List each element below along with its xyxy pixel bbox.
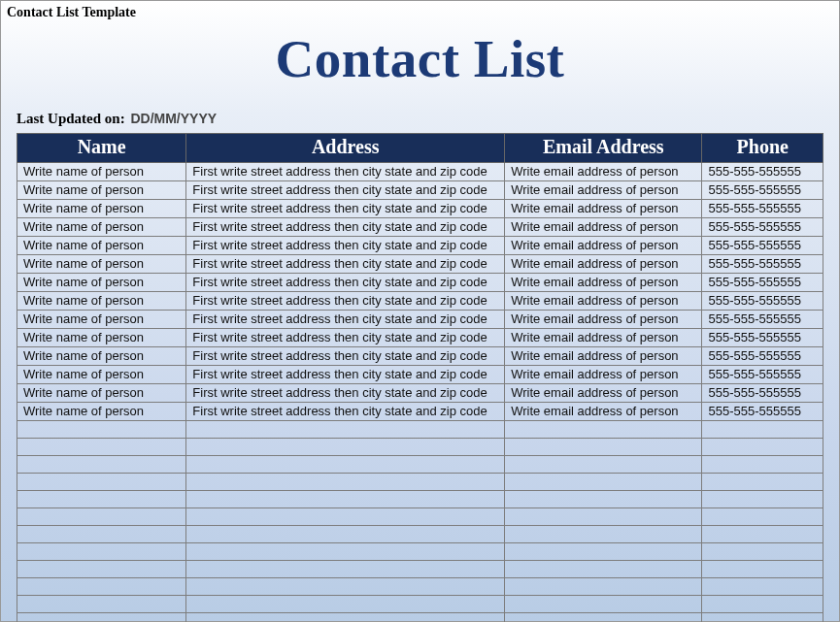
cell-name[interactable] [17,421,186,439]
cell-phone[interactable]: 555-555-555555 [702,403,823,421]
cell-email[interactable] [505,561,702,578]
cell-phone[interactable] [702,613,823,623]
cell-phone[interactable]: 555-555-555555 [702,200,823,218]
cell-name[interactable] [17,596,186,613]
cell-email[interactable]: Write email address of person [505,200,702,218]
cell-phone[interactable]: 555-555-555555 [702,347,823,366]
cell-email[interactable]: Write email address of person [505,366,702,384]
cell-address[interactable]: First write street address then city sta… [186,255,505,274]
cell-address[interactable]: First write street address then city sta… [186,237,505,255]
cell-email[interactable] [505,613,702,623]
cell-phone[interactable] [702,543,823,561]
cell-phone[interactable] [702,474,823,491]
cell-name[interactable]: Write name of person [17,218,186,237]
cell-email[interactable]: Write email address of person [505,274,702,292]
cell-name[interactable] [17,491,186,508]
cell-email[interactable]: Write email address of person [505,181,702,200]
cell-email[interactable]: Write email address of person [505,255,702,274]
cell-phone[interactable] [702,508,823,526]
cell-address[interactable] [186,474,505,491]
cell-name[interactable] [17,439,186,456]
cell-phone[interactable]: 555-555-555555 [702,366,823,384]
cell-address[interactable] [186,578,505,596]
cell-name[interactable]: Write name of person [17,384,186,403]
cell-phone[interactable] [702,491,823,508]
cell-email[interactable] [505,508,702,526]
cell-email[interactable] [505,543,702,561]
cell-email[interactable] [505,578,702,596]
cell-address[interactable] [186,543,505,561]
cell-address[interactable]: First write street address then city sta… [186,403,505,421]
cell-address[interactable] [186,561,505,578]
cell-email[interactable]: Write email address of person [505,218,702,237]
cell-phone[interactable]: 555-555-555555 [702,163,823,181]
cell-address[interactable] [186,421,505,439]
cell-name[interactable] [17,508,186,526]
cell-email[interactable] [505,439,702,456]
cell-phone[interactable]: 555-555-555555 [702,292,823,311]
cell-address[interactable] [186,439,505,456]
cell-name[interactable]: Write name of person [17,181,186,200]
cell-email[interactable]: Write email address of person [505,237,702,255]
cell-phone[interactable]: 555-555-555555 [702,329,823,347]
cell-address[interactable]: First write street address then city sta… [186,366,505,384]
cell-email[interactable] [505,491,702,508]
cell-address[interactable]: First write street address then city sta… [186,200,505,218]
cell-address[interactable] [186,526,505,543]
cell-email[interactable] [505,526,702,543]
cell-email[interactable]: Write email address of person [505,384,702,403]
cell-address[interactable] [186,491,505,508]
cell-address[interactable] [186,456,505,474]
cell-phone[interactable]: 555-555-555555 [702,237,823,255]
cell-address[interactable]: First write street address then city sta… [186,274,505,292]
cell-address[interactable]: First write street address then city sta… [186,329,505,347]
cell-phone[interactable]: 555-555-555555 [702,311,823,329]
cell-email[interactable]: Write email address of person [505,292,702,311]
cell-address[interactable]: First write street address then city sta… [186,347,505,366]
cell-name[interactable]: Write name of person [17,292,186,311]
cell-phone[interactable] [702,526,823,543]
cell-name[interactable]: Write name of person [17,237,186,255]
cell-phone[interactable] [702,421,823,439]
cell-name[interactable] [17,613,186,623]
cell-name[interactable] [17,561,186,578]
cell-email[interactable] [505,421,702,439]
cell-address[interactable] [186,613,505,623]
cell-address[interactable]: First write street address then city sta… [186,163,505,181]
cell-name[interactable]: Write name of person [17,403,186,421]
cell-phone[interactable]: 555-555-555555 [702,384,823,403]
cell-phone[interactable]: 555-555-555555 [702,255,823,274]
cell-address[interactable]: First write street address then city sta… [186,218,505,237]
cell-address[interactable]: First write street address then city sta… [186,181,505,200]
cell-name[interactable]: Write name of person [17,329,186,347]
cell-address[interactable]: First write street address then city sta… [186,311,505,329]
cell-name[interactable]: Write name of person [17,311,186,329]
cell-name[interactable] [17,456,186,474]
cell-phone[interactable]: 555-555-555555 [702,274,823,292]
cell-address[interactable]: First write street address then city sta… [186,384,505,403]
cell-email[interactable]: Write email address of person [505,329,702,347]
cell-name[interactable] [17,474,186,491]
cell-email[interactable] [505,456,702,474]
cell-email[interactable]: Write email address of person [505,311,702,329]
cell-phone[interactable] [702,596,823,613]
cell-email[interactable]: Write email address of person [505,403,702,421]
cell-name[interactable]: Write name of person [17,255,186,274]
cell-name[interactable]: Write name of person [17,366,186,384]
cell-phone[interactable]: 555-555-555555 [702,181,823,200]
cell-email[interactable] [505,596,702,613]
cell-address[interactable] [186,508,505,526]
cell-email[interactable] [505,474,702,491]
cell-phone[interactable] [702,439,823,456]
cell-name[interactable]: Write name of person [17,347,186,366]
cell-email[interactable]: Write email address of person [505,163,702,181]
cell-address[interactable]: First write street address then city sta… [186,292,505,311]
cell-name[interactable] [17,578,186,596]
cell-name[interactable] [17,543,186,561]
cell-phone[interactable]: 555-555-555555 [702,218,823,237]
cell-email[interactable]: Write email address of person [505,347,702,366]
cell-name[interactable]: Write name of person [17,200,186,218]
cell-phone[interactable] [702,456,823,474]
cell-name[interactable]: Write name of person [17,274,186,292]
cell-address[interactable] [186,596,505,613]
